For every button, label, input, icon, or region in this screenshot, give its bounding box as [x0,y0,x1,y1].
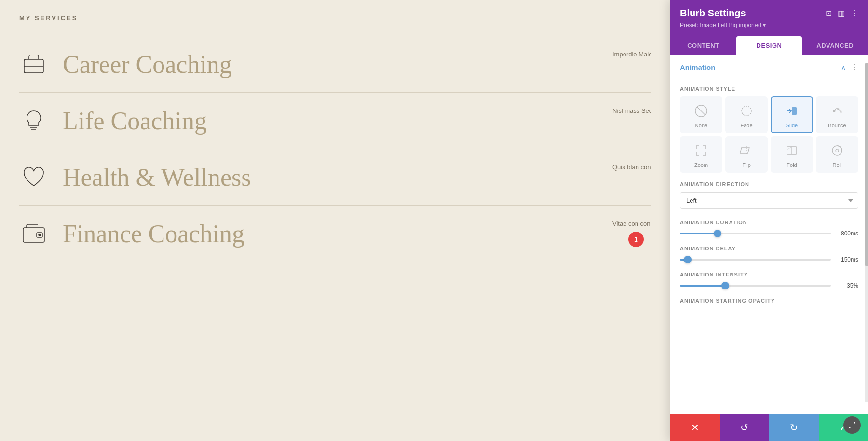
tab-advanced[interactable]: Advanced [802,36,868,55]
animation-style-label: Animation Style [680,86,858,92]
animation-style-section: Animation Style None [680,86,858,173]
svg-rect-10 [792,107,797,115]
anim-option-roll[interactable]: Roll [816,136,858,173]
anim-option-fold[interactable]: Fold [771,136,813,173]
panel-header-icons: ⊡ ▥ ⋮ [826,9,858,18]
anim-option-fade[interactable]: Fade [725,96,768,133]
duration-thumb[interactable] [714,230,721,237]
animation-intensity-slider-row: 35% [680,282,858,289]
collapse-icon[interactable]: ∧ [841,64,846,71]
svg-point-6 [39,234,41,236]
none-icon [692,102,710,120]
bounce-label: Bounce [828,123,846,128]
settings-panel: Blurb Settings ⊡ ▥ ⋮ Preset: Image Left … [670,0,868,441]
life-coaching-text: Nisl mass Sed vitae [612,106,651,116]
animation-delay-value: 150ms [837,256,858,263]
none-label: None [695,123,707,128]
tab-design[interactable]: Design [736,36,802,55]
animation-starting-opacity-section: Animation Starting Opacity [680,298,858,303]
animation-section-header: Animation ∧ ⋮ [680,55,858,78]
bounce-icon [828,102,846,120]
undo-button[interactable]: ↺ [720,414,770,441]
panel-scrollbar[interactable] [865,63,868,402]
fold-label: Fold [787,162,797,168]
service-list: Career Coaching Imperdie Malesuac ullamc… [19,36,651,262]
panel-toolbar: ✕ ↺ ↻ ✓ [670,414,868,441]
career-coaching-text: Imperdie Malesuac ullamcor [612,50,651,60]
health-wellness-title: Health & Wellness [63,163,251,192]
animation-intensity-track[interactable] [680,285,831,287]
wallet-icon [19,219,48,248]
roll-label: Roll [833,162,842,168]
cancel-button[interactable]: ✕ [670,414,720,441]
animation-section-title: Animation [680,63,715,71]
notification-badge: 1 [628,232,644,247]
section-controls: ∧ ⋮ [841,63,858,72]
panel-header: Blurb Settings ⊡ ▥ ⋮ Preset: Image Left … [670,0,868,36]
briefcase-icon [19,50,48,79]
heart-icon [19,163,48,192]
animation-delay-track[interactable] [680,259,831,261]
panel-scrollbar-thumb [865,63,868,266]
svg-point-9 [742,106,751,116]
service-item-health[interactable]: Health & Wellness Quis blan consequa [19,149,651,206]
animation-intensity-label: Animation Intensity [680,272,858,277]
anim-option-slide[interactable]: Slide [771,96,813,133]
animation-duration-track[interactable] [680,233,831,234]
zoom-icon [692,142,710,159]
delay-thumb[interactable] [684,256,692,263]
animation-duration-section: Animation Duration 800ms [680,220,858,237]
fade-label: Fade [740,123,752,128]
panel-preset[interactable]: Preset: Image Left Big imported ▾ [680,22,858,28]
service-item-life[interactable]: Life Coaching Nisl mass Sed vitae [19,93,651,149]
panel-title: Blurb Settings [680,8,746,19]
animation-starting-opacity-label: Animation Starting Opacity [680,298,858,303]
animation-direction-select[interactable]: Left Right Top Bottom [680,192,858,209]
finance-coaching-title: Finance Coaching [63,220,244,248]
flip-icon [738,142,755,159]
anim-option-bounce[interactable]: Bounce [816,96,858,133]
section-more-icon[interactable]: ⋮ [851,63,858,72]
animation-delay-label: Animation Delay [680,246,858,251]
fade-icon [738,102,755,120]
animation-duration-value: 800ms [837,230,858,237]
intensity-fill [680,285,725,287]
svg-line-8 [697,107,705,115]
panel-body: Animation ∧ ⋮ Animation Style None [670,55,868,414]
slide-label: Slide [786,123,798,128]
panel-tabs: Content Design Advanced [670,36,868,55]
animation-direction-label: Animation Direction [680,181,858,187]
redo-button[interactable]: ↻ [769,414,819,441]
animation-delay-slider-row: 150ms [680,256,858,263]
fullscreen-icon[interactable]: ⊡ [826,9,832,18]
slide-icon [783,102,800,120]
anim-option-none[interactable]: None [680,96,722,133]
animation-intensity-value: 35% [837,282,858,289]
animation-delay-section: Animation Delay 150ms [680,246,858,263]
service-item-finance[interactable]: Finance Coaching Vitae con conditi Curab… [19,206,651,262]
animation-intensity-section: Animation Intensity 35% [680,272,858,289]
anim-option-zoom[interactable]: Zoom [680,136,722,173]
anim-option-flip[interactable]: Flip [725,136,768,173]
animation-duration-label: Animation Duration [680,220,858,225]
zoom-label: Zoom [694,162,708,168]
career-coaching-title: Career Coaching [63,50,232,79]
roll-icon [828,142,846,159]
columns-icon[interactable]: ▥ [838,9,845,18]
tab-content[interactable]: Content [670,36,736,55]
page-title: MY SERVICES [19,14,651,22]
flip-label: Flip [742,162,751,168]
more-options-icon[interactable]: ⋮ [851,9,858,18]
lightbulb-icon [19,106,48,135]
animation-duration-slider-row: 800ms [680,230,858,237]
main-content: MY SERVICES Career Coaching Imperdie Mal… [0,0,670,441]
life-coaching-title: Life Coaching [63,107,207,135]
corner-drag-handle[interactable] [843,416,861,434]
service-item-career[interactable]: Career Coaching Imperdie Malesuac ullamc… [19,36,651,93]
fold-icon [783,142,800,159]
intensity-thumb[interactable] [721,282,729,289]
finance-coaching-text: Vitae con conditi Curabitu [612,219,651,229]
svg-rect-4 [23,228,44,242]
svg-point-19 [836,149,839,152]
health-wellness-text: Quis blan consequa [612,163,651,173]
